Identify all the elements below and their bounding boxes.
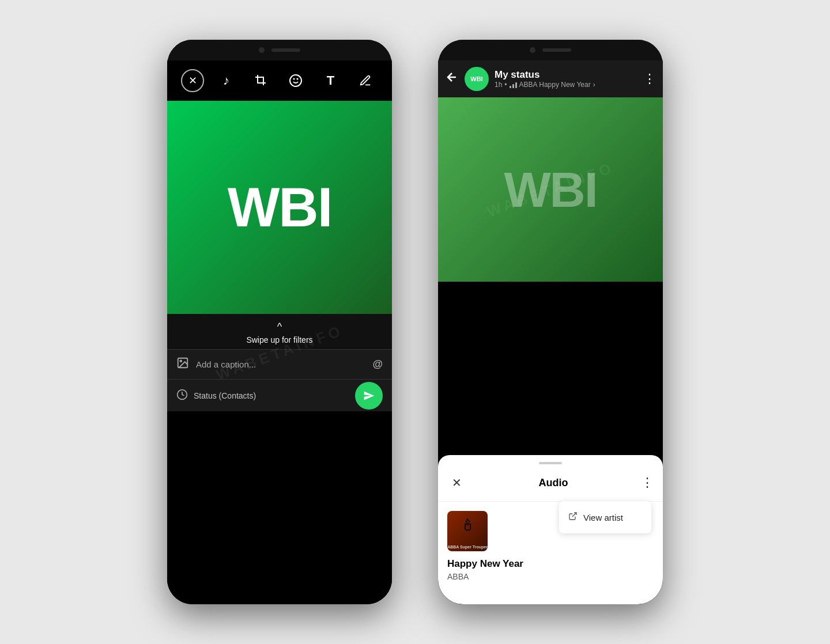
svg-point-4 [180, 360, 182, 362]
earpiece [271, 48, 300, 52]
context-menu: View artist [559, 501, 651, 533]
audio-bottom-sheet: ✕ Audio ⋮ 🕯 ABBA Super Trouper [438, 455, 663, 604]
back-button[interactable] [445, 70, 459, 88]
phone-2-screen: WBI My status 1h • ABBA Happy New Year ›… [438, 60, 663, 604]
view-artist-item[interactable]: View artist [559, 506, 651, 529]
status-subtitle: 1h • ABBA Happy New Year › [495, 81, 637, 89]
emoji-icon[interactable] [283, 68, 308, 93]
phone-1-notch [167, 40, 392, 60]
wbi-logo-1: WBI [228, 176, 332, 239]
front-camera [259, 47, 265, 53]
flame-icon: 🕯 [459, 516, 476, 535]
phone-1-content: WABETAINFO WBI ^ Swipe up for filters [167, 101, 392, 604]
pen-icon[interactable] [353, 68, 378, 93]
album-label: ABBA Super Trouper [447, 545, 488, 549]
track-name: Happy New Year [447, 558, 654, 570]
status-circle-icon [176, 389, 188, 403]
wbi-image-2: WABETAINFO WBI [438, 97, 663, 282]
music-icon[interactable]: ♪ [213, 68, 239, 93]
track-row: 🕯 ABBA Super Trouper [447, 511, 654, 551]
caption-input[interactable]: Add a caption... [196, 359, 365, 369]
svg-line-6 [572, 513, 576, 517]
view-artist-label: View artist [583, 513, 623, 522]
status-header: WBI My status 1h • ABBA Happy New Year ›… [438, 60, 663, 97]
phone-2: WBI My status 1h • ABBA Happy New Year ›… [438, 40, 663, 604]
sheet-title: Audio [470, 477, 636, 489]
text-icon[interactable]: T [318, 68, 343, 93]
wbi-logo-2: WBI [504, 161, 597, 218]
sheet-body: 🕯 ABBA Super Trouper [438, 502, 663, 590]
caption-image-icon [176, 357, 189, 372]
more-options-button[interactable]: ⋮ [643, 71, 656, 86]
caption-bar: Add a caption... @ [167, 349, 392, 379]
editor-toolbar: ✕ ♪ T [167, 60, 392, 101]
swipe-filter-area[interactable]: ^ Swipe up for filters [167, 314, 392, 349]
track-info: Happy New Year ABBA [447, 558, 654, 581]
front-camera-2 [530, 47, 535, 53]
header-info: My status 1h • ABBA Happy New Year › [495, 69, 637, 89]
status-share-bar: Status (Contacts) [167, 379, 392, 411]
sheet-header: ✕ Audio ⋮ [438, 473, 663, 502]
status-audience-label: Status (Contacts) [194, 391, 349, 400]
mention-icon[interactable]: @ [372, 358, 383, 370]
external-link-icon [568, 512, 578, 523]
album-art: 🕯 ABBA Super Trouper [447, 511, 488, 551]
signal-bars-icon [510, 81, 517, 88]
sheet-more-button[interactable]: ⋮ [641, 475, 654, 490]
sheet-handle [539, 462, 562, 464]
chevron-up-icon: ^ [277, 321, 282, 333]
wbi-image-1: WABETAINFO WBI [167, 101, 392, 314]
send-button[interactable] [355, 382, 383, 410]
crop-icon[interactable] [248, 68, 274, 93]
phone-2-notch [438, 40, 663, 60]
avatar: WBI [465, 67, 489, 91]
sheet-close-button[interactable]: ✕ [447, 473, 466, 492]
swipe-label: Swipe up for filters [246, 335, 312, 344]
phone-2-content: WABETAINFO WBI ✕ Audio ⋮ 🕯 [438, 97, 663, 604]
phone-1-screen: ✕ ♪ T [167, 60, 392, 604]
phone-1: ✕ ♪ T [167, 40, 392, 604]
svg-point-0 [290, 75, 301, 86]
earpiece-2 [542, 48, 571, 52]
track-artist: ABBA [447, 572, 654, 581]
close-button[interactable]: ✕ [181, 69, 204, 92]
status-title: My status [495, 69, 637, 81]
